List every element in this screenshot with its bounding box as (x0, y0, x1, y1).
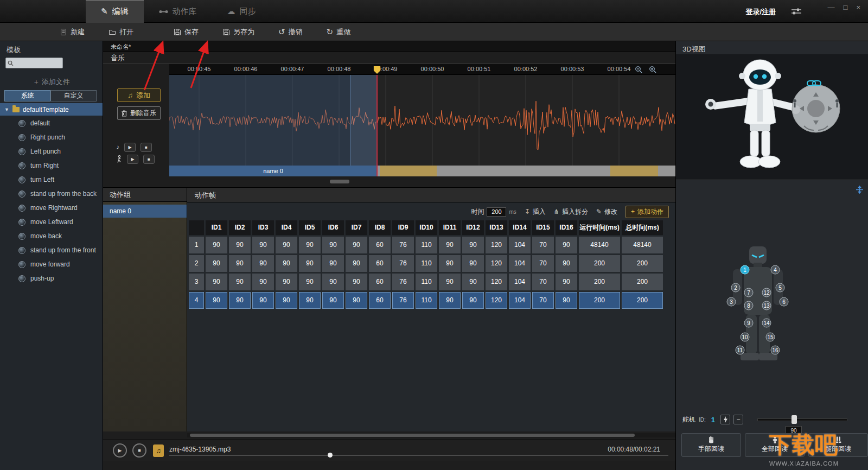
servo-angle-cell[interactable]: 90 (439, 237, 461, 253)
servo-angle-cell[interactable]: 60 (369, 255, 391, 272)
tree-item[interactable]: stand up from the back (0, 187, 102, 201)
track-clip[interactable]: name 0 (169, 166, 377, 176)
servo-angle-cell[interactable]: 76 (392, 274, 414, 290)
timeline-scroll-handle[interactable] (330, 180, 349, 183)
servo-angle-cell[interactable]: 90 (322, 255, 344, 272)
undo-button[interactable]: ↺ 撤销 (266, 23, 315, 41)
music-stop-button[interactable]: ■ (141, 143, 152, 152)
action-group-item[interactable]: name 0 (103, 205, 187, 218)
horizontal-scrollbar[interactable] (187, 433, 675, 437)
servo-angle-cell[interactable]: 90 (276, 274, 297, 290)
modify-button[interactable]: ✎ 修改 (596, 207, 617, 217)
tab-custom[interactable]: 自定义 (50, 90, 97, 101)
servo-angle-cell[interactable]: 90 (556, 237, 577, 253)
servo-badge[interactable]: 10 (741, 333, 750, 342)
add-action-button[interactable]: + 添加动作 (626, 206, 669, 218)
servo-angle-cell[interactable]: 90 (206, 255, 227, 272)
servo-angle-cell[interactable]: 90 (252, 274, 274, 290)
servo-badge[interactable]: 2 (731, 283, 741, 293)
close-button[interactable]: × (856, 3, 860, 11)
tab-system[interactable]: 系统 (4, 90, 50, 101)
all-readback-button[interactable]: 全部回读 (745, 433, 805, 457)
servo-angle-cell[interactable]: 90 (299, 274, 321, 290)
servo-badge[interactable]: 9 (744, 319, 754, 328)
player-play-button[interactable]: ▶ (113, 443, 127, 458)
servo-angle-cell[interactable]: 90 (229, 255, 251, 272)
tree-item[interactable]: default (0, 116, 102, 130)
zoom-out-icon[interactable] (635, 66, 642, 73)
servo-badge[interactable]: 14 (762, 319, 771, 328)
servo-angle-cell[interactable]: 76 (392, 237, 414, 253)
runtime-cell[interactable]: 48140 (579, 237, 620, 253)
search-box[interactable] (5, 58, 63, 68)
servo-angle-cell[interactable]: 110 (416, 292, 437, 309)
servo-angle-cell[interactable]: 90 (252, 292, 274, 309)
servo-angle-cell[interactable]: 90 (206, 292, 227, 309)
servo-angle-cell[interactable]: 90 (322, 292, 344, 309)
servo-angle-cell[interactable]: 90 (276, 292, 297, 309)
servo-angle-cell[interactable]: 76 (392, 292, 414, 309)
timeline-ruler[interactable]: 00:00:4500:00:4600:00:4700:00:4800:00:49… (169, 64, 675, 75)
scrollbar-thumb[interactable] (190, 434, 635, 437)
move-axes-icon[interactable] (856, 186, 864, 194)
servo-angle-cell[interactable]: 70 (532, 255, 554, 272)
servo-angle-cell[interactable]: 60 (369, 237, 391, 253)
view3d-area[interactable] (676, 54, 868, 180)
servo-angle-cell[interactable]: 110 (416, 237, 437, 253)
tab-edit[interactable]: ✎ 编辑 (86, 0, 144, 23)
servo-slider-thumb[interactable] (792, 415, 797, 424)
tree-item[interactable]: stand up from the front (0, 243, 102, 257)
servo-angle-cell[interactable]: 90 (229, 292, 251, 309)
servo-angle-cell[interactable]: 90 (439, 255, 461, 272)
servo-angle-cell[interactable]: 90 (462, 255, 484, 272)
tab-sync[interactable]: ☁ 同步 (212, 0, 271, 23)
table-row[interactable]: 2909090909090906076110909012010470902002… (189, 255, 663, 272)
leg-readback-button[interactable]: 腿部回读 (808, 433, 868, 457)
save-as-button[interactable]: 另存为 (210, 23, 266, 41)
servo-angle-cell[interactable]: 60 (369, 274, 391, 290)
tree-item[interactable]: Left punch (0, 144, 102, 158)
add-music-button[interactable]: ♫ 添加 (117, 88, 161, 102)
table-row[interactable]: 3909090909090906076110909012010470902002… (189, 274, 663, 290)
waveform-display[interactable] (169, 75, 675, 166)
servo-angle-cell[interactable]: 90 (346, 274, 367, 290)
runtime-cell[interactable]: 200 (579, 255, 620, 272)
servo-angle-cell[interactable]: 104 (509, 292, 531, 309)
servo-angle-cell[interactable]: 90 (299, 237, 321, 253)
servo-angle-cell[interactable]: 90 (346, 237, 367, 253)
servo-angle-cell[interactable]: 104 (509, 255, 531, 272)
servo-angle-cell[interactable]: 120 (486, 237, 507, 253)
servo-badge[interactable]: 1 (741, 265, 750, 275)
tree-item[interactable]: turn Right (0, 158, 102, 173)
servo-badge[interactable]: 4 (771, 265, 780, 275)
player-progress-track[interactable] (169, 455, 668, 456)
servo-badge[interactable]: 6 (780, 297, 789, 307)
tab-action-library[interactable]: 动作库 (144, 0, 212, 23)
track-segment[interactable] (610, 166, 658, 176)
servo-angle-cell[interactable]: 90 (462, 237, 484, 253)
servo-angle-cell[interactable]: 90 (252, 237, 274, 253)
tree-item[interactable]: push-up (0, 271, 102, 285)
delete-music-button[interactable]: 删除音乐 (117, 106, 161, 120)
servo-angle-cell[interactable]: 90 (556, 274, 577, 290)
servo-angle-cell[interactable]: 120 (486, 255, 507, 272)
servo-angle-cell[interactable]: 90 (346, 255, 367, 272)
zoom-in-icon[interactable] (649, 66, 656, 73)
servo-angle-slider[interactable] (757, 418, 847, 421)
servo-angle-cell[interactable]: 90 (299, 255, 321, 272)
music-track-bar[interactable]: name 0 (169, 166, 675, 176)
player-stop-button[interactable]: ■ (132, 443, 146, 458)
servo-badge[interactable]: 5 (776, 283, 785, 293)
tree-item[interactable]: move Rightward (0, 201, 102, 215)
servo-angle-cell[interactable]: 90 (322, 237, 344, 253)
servo-angle-cell[interactable]: 60 (369, 292, 391, 309)
servo-angle-cell[interactable]: 90 (276, 255, 297, 272)
servo-angle-cell[interactable]: 70 (532, 274, 554, 290)
servo-angle-cell[interactable]: 90 (252, 255, 274, 272)
servo-angle-cell[interactable]: 90 (229, 274, 251, 290)
servo-badge[interactable]: 16 (771, 346, 780, 355)
totaltime-cell[interactable]: 200 (622, 292, 663, 309)
tree-item[interactable]: turn Left (0, 173, 102, 187)
search-input[interactable] (15, 60, 61, 66)
servo-badge[interactable]: 7 (744, 288, 754, 297)
